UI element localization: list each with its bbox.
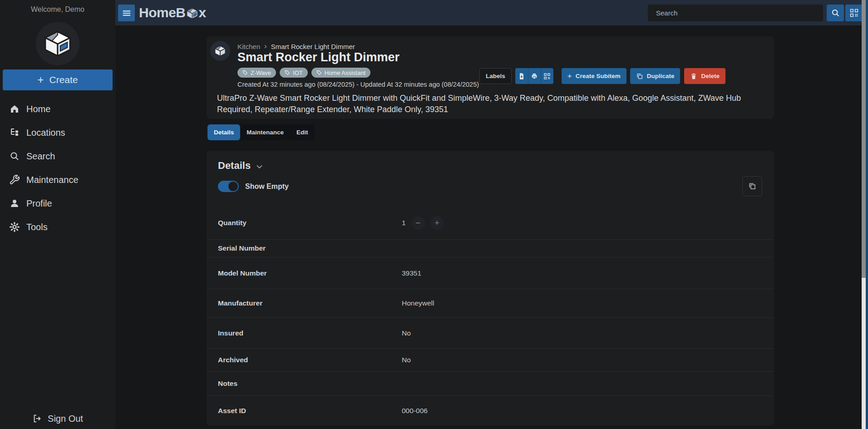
- detail-label: Model Number: [218, 269, 402, 277]
- trash-icon: [690, 73, 697, 80]
- detail-row-quantity: Quantity 1 − +: [207, 207, 774, 240]
- search-icon: [831, 8, 840, 18]
- sidebar-item-label: Search: [26, 151, 55, 162]
- sidebar: Welcome, Demo + Create Home: [0, 0, 115, 429]
- sidebar-item-home[interactable]: Home: [0, 97, 115, 121]
- sidebar-item-maintenance[interactable]: Maintenance: [0, 168, 115, 192]
- print-button[interactable]: [528, 68, 541, 84]
- search-input[interactable]: [648, 5, 823, 21]
- detail-value: 000-006: [402, 407, 428, 415]
- detail-row-notes: Notes: [207, 372, 774, 396]
- scrollbar-thumb[interactable]: [862, 0, 866, 278]
- detail-label: Notes: [218, 380, 402, 388]
- file-download-icon: [518, 73, 525, 80]
- label-chip[interactable]: Home Assistant: [311, 68, 370, 78]
- label-chip-text: Z-Wave: [251, 69, 271, 76]
- sidebar-item-tools[interactable]: Tools: [0, 215, 115, 239]
- tab-edit[interactable]: Edit: [290, 124, 315, 140]
- item-header-card: Kitchen › Smart Rocker Light Dimmer Smar…: [207, 36, 774, 119]
- sign-out-button[interactable]: Sign Out: [0, 409, 115, 429]
- sidebar-item-label: Home: [26, 104, 50, 114]
- tab-maintenance[interactable]: Maintenance: [240, 124, 290, 140]
- labels-button[interactable]: Labels: [479, 68, 512, 84]
- sidebar-item-locations[interactable]: Locations: [0, 121, 115, 144]
- delete-button[interactable]: Delete: [684, 68, 725, 84]
- show-empty-toggle[interactable]: [218, 181, 239, 192]
- item-actions: Labels + Create Subitem Duplicate: [479, 68, 725, 84]
- create-button[interactable]: + Create: [3, 69, 113, 90]
- tag-icon: [285, 70, 290, 75]
- box-icon: [214, 45, 226, 57]
- created-updated-text: Created At 32 minutes ago (08/24/2025) -…: [237, 81, 479, 88]
- topbar: HomeB x: [115, 0, 868, 25]
- item-avatar: [210, 41, 230, 61]
- detail-value: 39351: [402, 269, 421, 277]
- create-subitem-button[interactable]: + Create Subitem: [562, 68, 626, 84]
- details-rows: Quantity 1 − + Serial Number Model Numbe…: [207, 207, 774, 425]
- box-logo-icon: [186, 7, 198, 20]
- sidebar-item-profile[interactable]: Profile: [0, 192, 115, 215]
- detail-label: Serial Number: [218, 244, 402, 252]
- hamburger-icon: [122, 8, 132, 18]
- quantity-decrement-button[interactable]: −: [411, 216, 425, 230]
- duplicate-label: Duplicate: [647, 73, 675, 79]
- details-card: Details Show Empty Quantity 1 − + Serial…: [207, 151, 774, 425]
- label-chip[interactable]: Z-Wave: [237, 68, 276, 78]
- copy-details-button[interactable]: [742, 176, 762, 196]
- chevron-right-icon: ›: [264, 42, 267, 51]
- detail-label: Insured: [218, 329, 402, 337]
- wrench-icon: [9, 174, 20, 185]
- create-subitem-label: Create Subitem: [576, 73, 621, 79]
- app-window: Welcome, Demo + Create Home: [0, 0, 868, 429]
- tag-icon: [242, 70, 248, 75]
- delete-label: Delete: [701, 73, 720, 79]
- home-icon: [9, 104, 20, 114]
- scan-qr-button[interactable]: [845, 5, 863, 21]
- tab-bar: Details Maintenance Edit: [207, 124, 315, 140]
- detail-label: Asset ID: [218, 407, 402, 415]
- detail-row-manufacturer: Manufacturer Honeywell: [207, 289, 774, 318]
- gear-icon: [9, 222, 20, 232]
- duplicate-button[interactable]: Duplicate: [630, 68, 681, 84]
- detail-row-insured: Insured No: [207, 318, 774, 349]
- download-file-button[interactable]: [515, 68, 528, 84]
- plus-icon: +: [567, 72, 572, 81]
- details-section-header[interactable]: Details: [218, 160, 263, 172]
- sidebar-nav: Home Locations Search Maintenance: [0, 97, 115, 239]
- app-logo[interactable]: HomeB x: [139, 0, 206, 25]
- menu-button[interactable]: [118, 5, 135, 21]
- search-submit-button[interactable]: [827, 5, 844, 21]
- toggle-knob: [228, 182, 238, 191]
- tab-details[interactable]: Details: [207, 124, 240, 140]
- qr-code-icon: [543, 73, 551, 80]
- sidebar-logo: [36, 22, 79, 65]
- create-button-label: Create: [49, 74, 78, 85]
- sidebar-item-label: Locations: [26, 128, 65, 138]
- tree-icon: [9, 127, 20, 138]
- tag-icon: [316, 70, 322, 75]
- label-chip[interactable]: IOT: [280, 68, 308, 78]
- page-title: Smart Rocker Light Dimmer: [237, 50, 399, 64]
- search-icon: [9, 151, 20, 162]
- qr-code-button[interactable]: [541, 68, 553, 84]
- detail-row-asset-id: Asset ID 000-006: [207, 396, 774, 425]
- item-description: UltraPro Z-Wave Smart Rocker Light Dimme…: [217, 93, 766, 115]
- breadcrumb-current: Smart Rocker Light Dimmer: [271, 43, 355, 50]
- detail-label: Quantity: [218, 219, 402, 227]
- detail-value: 1: [402, 219, 406, 227]
- logo-text-suffix: x: [199, 5, 206, 20]
- label-chip-text: Home Assistant: [325, 69, 365, 76]
- plus-icon: +: [37, 74, 44, 85]
- show-empty-label: Show Empty: [245, 182, 289, 191]
- detail-label: Archived: [218, 356, 402, 364]
- sidebar-item-search[interactable]: Search: [0, 144, 115, 168]
- detail-value: No: [402, 329, 411, 337]
- item-labels: Z-Wave IOT Home Assistant: [237, 68, 370, 78]
- sign-out-label: Sign Out: [48, 414, 83, 424]
- breadcrumb-parent-link[interactable]: Kitchen: [237, 43, 260, 50]
- breadcrumb: Kitchen › Smart Rocker Light Dimmer: [237, 42, 355, 51]
- details-heading: Details: [218, 160, 251, 172]
- quantity-increment-button[interactable]: +: [430, 216, 444, 230]
- window-edge: [866, 0, 868, 429]
- chevron-down-icon: [256, 163, 263, 171]
